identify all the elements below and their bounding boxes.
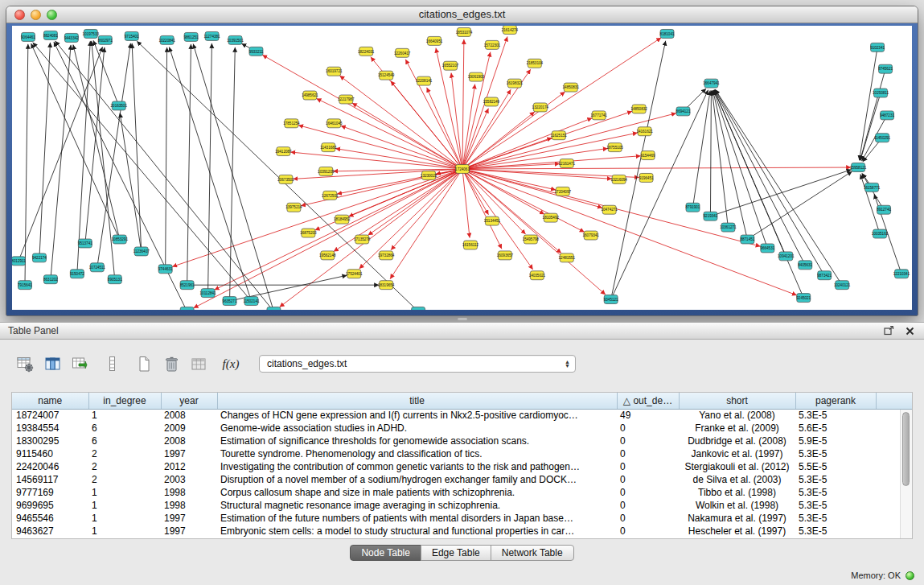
table-row[interactable]: 1872400712008Changes of HCN gene express… (12, 409, 912, 422)
graph-node[interactable]: 16198321 (507, 79, 524, 88)
graph-node[interactable]: 10391209 (318, 167, 335, 176)
graph-node[interactable]: 10391501 (227, 35, 244, 44)
graph-node[interactable]: 11450291 (874, 134, 891, 142)
graph-node[interactable]: 11431683 (320, 143, 337, 152)
table-row[interactable]: 911546021997Tourette syndrome. Phenomeno… (12, 447, 912, 460)
graph-node[interactable]: 18755105 (606, 143, 623, 152)
graph-node[interactable]: 20163501 (111, 101, 128, 110)
graph-node[interactable]: 19412087 (275, 147, 292, 156)
graph-node[interactable]: 8871451 (740, 235, 754, 244)
graph-node[interactable]: 9124561 (266, 307, 281, 310)
graph-node[interactable]: 1724061 (455, 165, 470, 174)
table-row[interactable]: 1938455462009Genome-wide association stu… (12, 422, 912, 435)
graph-node[interactable]: 8631202 (43, 275, 58, 284)
tab-network-table[interactable]: Network Table (491, 545, 574, 561)
table-row[interactable]: 1456911722003Disruption of a novel membe… (12, 473, 912, 486)
graph-node[interactable]: 8405631 (798, 261, 812, 270)
graph-node[interactable]: 18531074 (456, 27, 473, 36)
graph-node[interactable]: 10361271 (720, 223, 737, 232)
graph-node[interactable]: 12208141 (416, 76, 433, 85)
graph-node[interactable]: 12161471 (559, 159, 576, 168)
graph-node[interactable]: 9933211 (249, 47, 264, 56)
graph-node[interactable]: 10293811 (873, 89, 889, 97)
graph-node[interactable]: 9245021 (796, 294, 811, 303)
column-header[interactable]: name (12, 393, 88, 409)
graph-node[interactable]: 9744631 (158, 265, 173, 274)
graph-node[interactable]: 9422174 (32, 253, 47, 262)
scrollbar-thumb[interactable] (902, 412, 910, 486)
tab-node-table[interactable]: Node Table (350, 545, 421, 561)
graph-node[interactable]: 10035161 (872, 229, 889, 238)
graph-node[interactable]: 14035021 (529, 271, 546, 280)
graph-node[interactable]: 17135278 (354, 235, 371, 244)
graph-node[interactable]: 13230021 (421, 171, 437, 179)
graph-node[interactable]: 9219341 (704, 212, 718, 220)
table-row[interactable]: 977716911998Corpus callosum shape and si… (12, 486, 912, 499)
delete-table-button[interactable] (161, 353, 182, 374)
graph-node[interactable]: 8912741 (877, 205, 891, 214)
table-settings-button[interactable] (14, 353, 35, 374)
minimize-window-button[interactable] (31, 10, 41, 20)
column-header[interactable]: title (217, 393, 617, 409)
graph-node[interactable]: 17204097 (555, 187, 572, 196)
graph-node[interactable]: 16158771 (864, 183, 881, 192)
panel-splitter[interactable] (0, 316, 924, 322)
graph-node[interactable]: 13216094 (610, 175, 627, 183)
graph-node[interactable]: 20673501 (277, 175, 294, 183)
table-row[interactable]: 1830029562008Estimation of significance … (12, 435, 912, 447)
graph-node[interactable]: 11236407 (133, 247, 150, 256)
graph-node[interactable]: 12217987 (338, 95, 355, 104)
graph-node[interactable]: 16640951 (426, 36, 443, 45)
graph-node[interactable]: 16647941 (703, 79, 720, 88)
graph-node[interactable]: 12672501 (322, 191, 339, 200)
graph-node[interactable]: 12481551 (559, 253, 576, 262)
graph-node[interactable]: 11274381 (204, 31, 221, 40)
window-titlebar[interactable]: citations_edges.txt (6, 6, 918, 23)
graph-node[interactable]: 10853291 (112, 235, 129, 244)
float-panel-icon[interactable] (882, 325, 895, 336)
graph-node[interactable]: 14850832 (630, 105, 647, 113)
table-row[interactable]: 2242004622012Investigating the contribut… (12, 460, 912, 473)
graph-node[interactable]: 9635271 (223, 297, 237, 306)
table-selector-dropdown[interactable]: citations_edges.txt ▲▼ (259, 355, 576, 373)
graph-node[interactable]: 16461045 (326, 119, 343, 128)
graph-node[interactable]: 15958121 (850, 163, 867, 172)
graph-node[interactable]: 8602971 (98, 35, 113, 44)
graph-node[interactable]: 8824081 (43, 31, 58, 39)
graph-node[interactable]: 8012911 (12, 257, 26, 266)
graph-node[interactable]: 16093657 (497, 251, 514, 260)
column-header[interactable]: short (679, 393, 795, 409)
show-columns-button[interactable] (42, 353, 63, 374)
graph-node[interactable]: 8181041 (660, 29, 675, 38)
close-window-button[interactable] (14, 10, 25, 20)
graph-node[interactable]: 9064461 (21, 32, 35, 41)
graph-node[interactable]: 13220174 (532, 103, 549, 112)
graph-node[interactable]: 15582149 (483, 97, 500, 106)
graph-node[interactable]: 10220841 (158, 35, 175, 44)
table-row[interactable]: 946362711997Embryonic stem cells: a mode… (12, 525, 912, 538)
graph-node[interactable]: 16771741 (590, 111, 607, 120)
graph-node[interactable]: 8694121 (676, 107, 691, 116)
new-table-button[interactable] (133, 353, 154, 374)
graph-node[interactable]: 12260417 (394, 48, 411, 57)
import-table-button[interactable] (69, 353, 90, 374)
graph-node[interactable]: 16079341 (583, 231, 600, 240)
apply-function-button[interactable]: f(x) (220, 353, 241, 374)
graph-node[interactable]: 18224031 (358, 47, 375, 56)
graph-node[interactable]: 15124549 (378, 71, 395, 80)
network-canvas[interactable]: 1724061151245491221798716461045114316831… (12, 26, 912, 310)
graph-node[interactable]: 9102341 (870, 43, 885, 51)
column-header[interactable]: year (161, 393, 217, 409)
graph-node[interactable]: 9443342 (64, 33, 79, 42)
graph-node[interactable]: 14850831 (563, 83, 580, 92)
graph-node[interactable]: 10724511 (89, 263, 106, 272)
graph-node[interactable]: 7915641 (18, 281, 32, 290)
graph-node[interactable]: 10112841 (200, 289, 217, 298)
graph-node[interactable]: 19732864 (378, 251, 395, 260)
graph-node[interactable]: 15722301 (484, 40, 501, 49)
graph-node[interactable]: 11502141 (243, 297, 260, 306)
graph-node[interactable]: 14161621 (636, 127, 653, 136)
graph-node[interactable]: 17851254 (283, 119, 300, 128)
graph-node[interactable]: 11625151 (551, 131, 568, 140)
graph-node[interactable]: 9715401 (125, 31, 139, 40)
